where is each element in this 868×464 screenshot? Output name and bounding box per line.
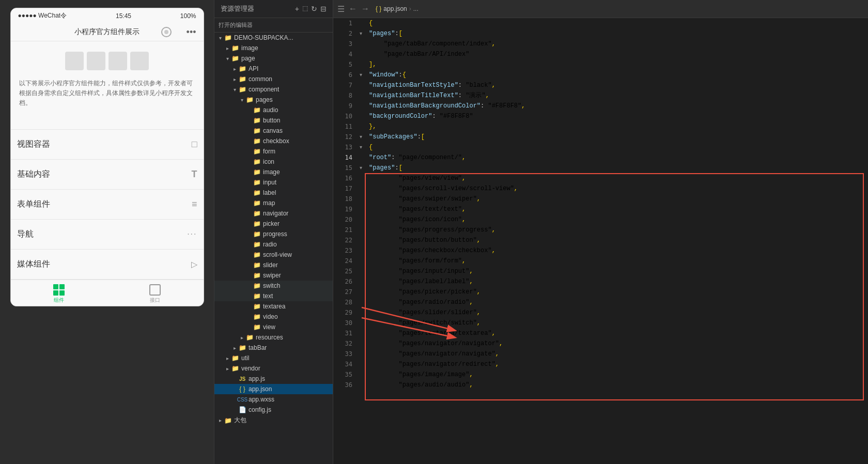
collapse-arrow-24[interactable]: [357, 256, 365, 266]
tree-appjs[interactable]: ▸ JS app.js: [214, 374, 333, 384]
menu-item-4[interactable]: 媒体组件 ▷: [11, 250, 204, 280]
collapse-arrow-3[interactable]: [357, 39, 365, 49]
back-icon[interactable]: ←: [349, 4, 357, 14]
tree-pages-switch[interactable]: ▸ 📁 switch: [214, 281, 333, 291]
phone-tab-0[interactable]: 组件: [11, 280, 107, 306]
tree-vendor[interactable]: ▸ 📁 vendor: [214, 363, 333, 374]
tree-pages-textarea[interactable]: ▸ 📁 textarea: [214, 301, 333, 312]
collapse-arrow-33[interactable]: [357, 349, 365, 359]
tree-component[interactable]: ▾ 📁 component: [214, 84, 333, 95]
phone-tab-1[interactable]: 接口: [107, 280, 204, 306]
tree-pages-progress[interactable]: ▸ 📁 progress: [214, 229, 333, 239]
collapse-arrow-28[interactable]: [357, 297, 365, 307]
collapse-arrow-35[interactable]: [357, 369, 365, 380]
tree-pages-checkbox[interactable]: ▸ 📁 checkbox: [214, 136, 333, 146]
menu-item-3[interactable]: 导航 ···: [11, 220, 204, 250]
menu-item-0[interactable]: 视图容器 □: [11, 130, 204, 160]
collapse-arrow-25[interactable]: [357, 266, 365, 276]
code-line-24: "pages/form/form",: [369, 256, 868, 266]
new-file-icon[interactable]: +: [295, 5, 299, 13]
tree-tabbar[interactable]: ▸ 📁 tabBar: [214, 343, 333, 353]
phone-nav-record[interactable]: [161, 27, 172, 37]
collapse-arrow-26[interactable]: [357, 276, 365, 287]
collapse-arrow-20[interactable]: [357, 214, 365, 225]
collapse-arrow-18[interactable]: [357, 194, 365, 204]
tree-pages-form[interactable]: ▸ 📁 form: [214, 146, 333, 157]
editor-body: 1234567891011121314151617181920212223242…: [333, 18, 868, 464]
tree-resources[interactable]: ▸ 📁 resources: [214, 332, 333, 343]
tree-page[interactable]: ▾ 📁 page: [214, 53, 333, 64]
collapse-arrow-27[interactable]: [357, 287, 365, 297]
filetree-title: 资源管理器: [221, 4, 254, 13]
code-area[interactable]: { "pages": [ "page/tabBar/component/inde…: [365, 18, 868, 464]
tree-image[interactable]: ▸ 📁 image: [214, 43, 333, 53]
refresh-icon[interactable]: ↻: [311, 5, 317, 13]
collapse-arrow-19[interactable]: [357, 204, 365, 214]
menu-item-2[interactable]: 表单组件 ≡: [11, 190, 204, 220]
collapse-arrow-15[interactable]: ▾: [357, 163, 365, 173]
tree-pages-input[interactable]: ▸ 📁 input: [214, 177, 333, 188]
collapse-arrow-12[interactable]: ▾: [357, 132, 365, 142]
tree-appwxss[interactable]: ▸ CSS app.wxss: [214, 394, 333, 405]
collapse-arrow-2[interactable]: ▾: [357, 28, 365, 39]
collapse-arrow-14[interactable]: [357, 152, 365, 163]
tree-common[interactable]: ▸ 📁 common: [214, 74, 333, 84]
tree-pages-picker[interactable]: ▸ 📁 picker: [214, 219, 333, 229]
tree-appjson[interactable]: ▸ { } app.json: [214, 384, 333, 394]
tree-pages-canvas[interactable]: ▸ 📁 canvas: [214, 126, 333, 136]
tree-pages-label[interactable]: ▸ 📁 label: [214, 188, 333, 198]
tree-pages-audio[interactable]: ▸ 📁 audio: [214, 105, 333, 115]
menu-item-1[interactable]: 基础内容 T: [11, 160, 204, 190]
tree-pages-icon[interactable]: ▸ 📁 icon: [214, 157, 333, 167]
collapse-arrow-32[interactable]: [357, 338, 365, 349]
collapse-arrow-22[interactable]: [357, 235, 365, 245]
collapse-arrow-36[interactable]: [357, 380, 365, 390]
tree-pages[interactable]: ▾ 📁 pages: [214, 95, 333, 105]
collapse-icon[interactable]: ⊟: [320, 5, 327, 13]
collapse-arrow-4[interactable]: [357, 49, 365, 59]
collapse-arrow-8[interactable]: [357, 90, 365, 101]
tree-pages-navigator[interactable]: ▸ 📁 navigator: [214, 208, 333, 219]
tree-api[interactable]: ▸ 📁 API: [214, 64, 333, 74]
tree-pages-video[interactable]: ▸ 📁 video: [214, 312, 333, 322]
collapse-arrow-29[interactable]: [357, 307, 365, 318]
collapse-arrow-5[interactable]: [357, 59, 365, 70]
collapse-arrow-23[interactable]: [357, 245, 365, 256]
new-folder-icon[interactable]: ⬚: [302, 5, 308, 13]
tree-pages-scroll-view[interactable]: ▸ 📁 scroll-view: [214, 250, 333, 260]
collapse-arrow-16[interactable]: [357, 173, 365, 183]
collapse-arrow-10[interactable]: [357, 111, 365, 121]
collapse-arrow-21[interactable]: [357, 225, 365, 235]
tree-root[interactable]: ▾ 📁 DEMO-SUBPACKA...: [214, 33, 333, 43]
tree-page-arrow: ▾: [224, 56, 231, 61]
phone-nav-dots[interactable]: •••: [187, 27, 196, 38]
forward-icon[interactable]: →: [361, 4, 369, 14]
tree-util[interactable]: ▸ 📁 util: [214, 353, 333, 363]
tree-pages-view[interactable]: ▸ 📁 view: [214, 322, 333, 332]
collapse-arrow-6[interactable]: ▾: [357, 70, 365, 80]
tree-pages-radio[interactable]: ▸ 📁 radio: [214, 239, 333, 250]
filetree-scroll[interactable]: ▾ 📁 DEMO-SUBPACKA... ▸ 📁 image ▾ 📁 page …: [214, 33, 333, 464]
progress-folder-icon: 📁: [253, 230, 261, 238]
code-line-20: "pages/icon/icon",: [369, 214, 868, 225]
tree-dabao[interactable]: ▸ 📁 大包: [214, 415, 333, 426]
collapse-arrow-30[interactable]: [357, 318, 365, 328]
collapse-arrow-34[interactable]: [357, 359, 365, 369]
hamburger-icon[interactable]: ☰: [337, 4, 345, 14]
tab-grid-cell-2: [59, 284, 65, 289]
collapse-arrow-13[interactable]: ▾: [357, 142, 365, 152]
tree-pages-button[interactable]: ▸ 📁 button: [214, 115, 333, 126]
collapse-arrow-7[interactable]: [357, 80, 365, 90]
collapse-arrow-17[interactable]: [357, 183, 365, 194]
phone-icon-grid: [19, 52, 195, 70]
tree-pages-text[interactable]: ▸ 📁 text: [214, 291, 333, 301]
collapse-arrow-9[interactable]: [357, 101, 365, 111]
tree-pages-map[interactable]: ▸ 📁 map: [214, 198, 333, 208]
tree-pages-image[interactable]: ▸ 📁 image: [214, 167, 333, 177]
tree-configjs[interactable]: ▸ 📄 config.js: [214, 405, 333, 415]
collapse-arrow-11[interactable]: [357, 121, 365, 132]
tree-pages-swiper[interactable]: ▸ 📁 swiper: [214, 270, 333, 281]
collapse-arrow-1[interactable]: [357, 18, 365, 28]
tree-pages-slider[interactable]: ▸ 📁 slider: [214, 260, 333, 270]
collapse-arrow-31[interactable]: [357, 328, 365, 338]
